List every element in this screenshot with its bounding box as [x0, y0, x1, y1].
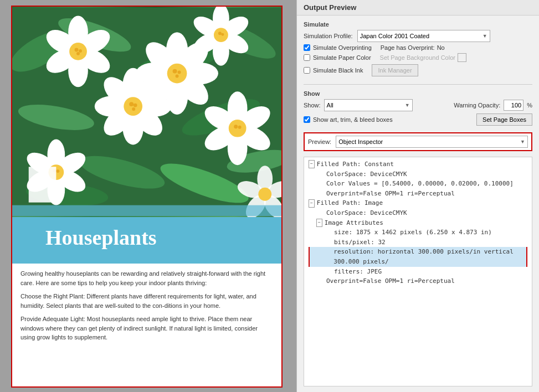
inspector-line: Color Values = [0.54000, 0.00000, 0.0200… [309, 179, 527, 189]
svg-point-71 [218, 32, 222, 35]
page-container: Houseplants Growing healthy houseplants … [11, 6, 283, 388]
inspector-line: −Filled Path: Image [309, 198, 527, 208]
warning-opacity-label: Warning Opacity: [454, 102, 500, 109]
svg-point-32 [79, 49, 82, 53]
inspector-item-text: Overprint=False OPM=1 ri=Perceptual [326, 276, 455, 286]
show-art-trim-label: Show art, trim, & bleed boxes [313, 116, 393, 123]
inspector-line: bits/pixel: 32 [309, 238, 527, 247]
page-text-area: Houseplants [12, 217, 281, 264]
houseplants-title: Houseplants [45, 225, 270, 250]
svg-point-42 [124, 97, 142, 116]
show-art-trim-row: Show art, trim, & bleed boxes Set Page B… [304, 114, 532, 126]
show-row: Show: All ▼ Warning Opacity: % [304, 99, 532, 111]
simulate-section: Simulate Simulation Profile: Japan Color… [304, 21, 532, 79]
inspector-line: resolution: horizontal 300.000 pixels/in… [309, 247, 527, 266]
inspector-line: Overprint=False OPM=1 ri=Perceptual [309, 189, 527, 199]
inspector-item-text: Color Values = [0.54000, 0.00000, 0.0200… [326, 179, 514, 189]
preview-row: Preview: Object Inspector ▼ [304, 132, 532, 151]
inspector-item-text: Overprint=False OPM=1 ri=Perceptual [326, 189, 455, 199]
set-page-boxes-button[interactable]: Set Page Boxes [476, 114, 532, 126]
svg-point-72 [221, 33, 224, 36]
warning-opacity-input[interactable] [504, 100, 523, 111]
collapse-icon[interactable]: − [316, 219, 322, 227]
inspector-line: −Image Attributes [309, 218, 527, 228]
output-preview-header: Output Preview [297, 0, 539, 16]
simulation-profile-value: Japan Color 2001 Coated [360, 33, 429, 39]
inspector-line: ColorSpace: DeviceCMYK [309, 208, 527, 218]
show-art-trim-checkbox-row: Show art, trim, & bleed boxes [304, 116, 393, 123]
simulate-black-ink-checkbox[interactable] [304, 67, 310, 74]
black-ink-row: Simulate Black Ink Ink Manager [304, 64, 532, 76]
show-art-trim-checkbox[interactable] [304, 116, 310, 123]
inspector-line: filters: JPEG [309, 267, 527, 277]
simulate-overprinting-label: Simulate Overprinting [313, 44, 372, 51]
svg-point-53 [234, 125, 238, 128]
inspector-line: ColorSpace: DeviceCMYK [309, 169, 527, 179]
simulate-overprinting-checkbox-row: Simulate Overprinting [304, 44, 372, 51]
warning-opacity-group: Warning Opacity: % [454, 100, 532, 111]
svg-point-22 [178, 71, 181, 74]
inspector-item-text: ColorSpace: DeviceCMYK [326, 208, 407, 218]
simulate-label: Simulate [304, 21, 532, 28]
body-paragraph-1: Growing healthy houseplants can be rewar… [20, 269, 273, 287]
inspector-item-text: resolution: horizontal 300.000 pixels/in… [333, 247, 526, 266]
svg-point-45 [132, 107, 135, 111]
page-body-text: Growing healthy houseplants can be rewar… [12, 264, 281, 352]
collapse-icon[interactable]: − [309, 160, 315, 168]
preview-label: Preview: [308, 138, 331, 145]
page-has-overprint-label: Page has Overprint: [381, 44, 435, 51]
inspector-item-text: ColorSpace: DeviceCMYK [326, 169, 407, 179]
set-page-background-label: Set Page Background Color [380, 54, 455, 61]
inspector-item-text: Filled Path: Image [317, 198, 383, 208]
show-section: Show Show: All ▼ Warning Opacity: % [304, 90, 532, 128]
svg-point-30 [69, 43, 87, 60]
svg-point-78 [258, 188, 271, 201]
divider-1 [304, 84, 532, 85]
inspector-item-text: filters: JPEG [334, 267, 382, 277]
preview-dropdown[interactable]: Object Inspector ▼ [336, 136, 528, 148]
simulation-profile-row: Simulation Profile: Japan Color 2001 Coa… [304, 30, 532, 42]
preview-value: Object Inspector [338, 138, 383, 145]
svg-point-23 [176, 75, 179, 78]
show-select-group: Show: All ▼ [304, 99, 413, 111]
show-label: Show [304, 90, 532, 97]
inspector-content: −Filled Path: ConstantColorSpace: Device… [304, 157, 532, 288]
svg-point-33 [76, 52, 80, 55]
inspector-item-text: size: 1875 x 1462 pixels (6.250 x 4.873 … [334, 228, 492, 238]
body-paragraph-3: Provide Adequate Light: Most houseplants… [20, 314, 273, 342]
svg-point-70 [214, 28, 228, 42]
simulate-paper-color-label: Simulate Paper Color [313, 54, 371, 61]
show-dropdown[interactable]: All ▼ [324, 99, 413, 111]
inspector-line: −Filled Path: Constant [309, 159, 527, 169]
right-panel: Output Preview Simulate Simulation Profi… [296, 0, 539, 392]
panel-content: Simulate Simulation Profile: Japan Color… [297, 16, 539, 392]
svg-point-21 [173, 69, 177, 74]
inspector-line: Overprint=False OPM=1 ri=Perceptual [309, 276, 527, 286]
page-has-overprint-value: No [437, 44, 445, 51]
set-page-background-row: Set Page Background Color [380, 53, 466, 62]
dropdown-chevron: ▼ [482, 33, 487, 39]
simulate-black-ink-checkbox-row: Simulate Black Ink [304, 67, 363, 74]
percent-label: % [527, 102, 532, 109]
collapse-icon[interactable]: − [309, 199, 315, 208]
svg-point-52 [229, 120, 247, 137]
simulate-paper-color-checkbox[interactable] [304, 54, 310, 61]
document-preview-panel: Houseplants Growing healthy houseplants … [0, 0, 296, 392]
overprinting-row: Simulate Overprinting Page has Overprint… [304, 44, 532, 51]
svg-point-20 [167, 64, 187, 84]
page-image-area [12, 7, 281, 217]
svg-point-43 [129, 102, 134, 106]
show-dropdown-chevron: ▼ [405, 102, 410, 108]
body-paragraph-2: Choose the Right Plant: Different plants… [20, 292, 273, 310]
svg-rect-80 [29, 167, 57, 202]
svg-point-44 [134, 104, 137, 107]
svg-rect-79 [12, 205, 281, 216]
paper-color-row: Simulate Paper Color Set Page Background… [304, 53, 532, 62]
page-overprint-info: Page has Overprint: No [381, 44, 445, 51]
inspector-item-text: Image Attributes [325, 218, 383, 228]
simulate-overprinting-checkbox[interactable] [304, 44, 310, 51]
ink-manager-button[interactable]: Ink Manager [372, 64, 418, 76]
page-background-color-swatch[interactable] [458, 53, 466, 62]
svg-point-54 [238, 126, 242, 129]
simulation-profile-dropdown[interactable]: Japan Color 2001 Coated ▼ [357, 30, 490, 42]
